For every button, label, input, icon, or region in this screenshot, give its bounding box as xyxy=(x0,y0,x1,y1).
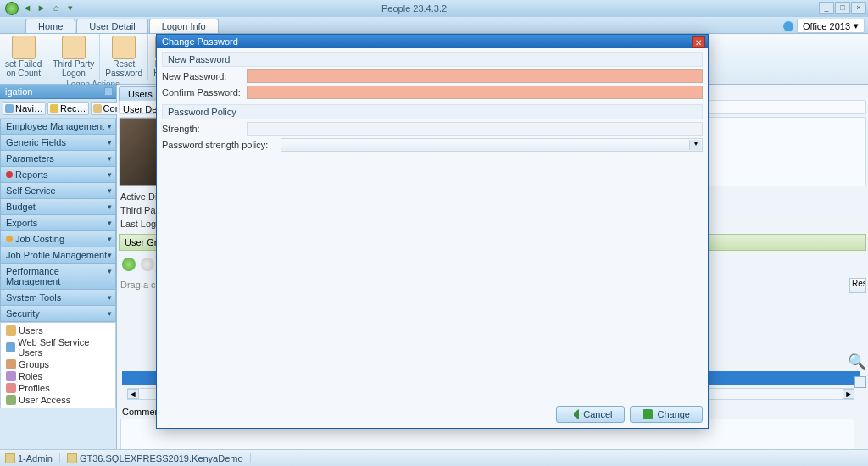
tree-users[interactable]: Users xyxy=(4,325,112,336)
scroll-right-icon: ► xyxy=(843,389,854,399)
strength-display xyxy=(247,122,703,136)
acc-exports[interactable]: Exports▾ xyxy=(0,215,116,231)
window-title: People 23.4.3.2 xyxy=(381,3,447,14)
maximize-button[interactable]: □ xyxy=(835,2,850,14)
remove-group-button[interactable] xyxy=(141,258,154,271)
security-tree: Users Web Self Service Users Groups Role… xyxy=(0,322,116,408)
acc-job-costing[interactable]: Job Costing▾ xyxy=(0,231,116,247)
reset-password-icon xyxy=(112,36,136,59)
acc-security[interactable]: Security▾ xyxy=(0,306,116,322)
change-password-dialog: Change Password ✕ New Password New Passw… xyxy=(156,34,709,429)
profiles-icon xyxy=(6,383,16,393)
policy-combo[interactable]: ▾ xyxy=(281,138,703,152)
section-password-policy: Password Policy xyxy=(162,104,703,119)
expand-panel-button[interactable] xyxy=(854,376,866,388)
nav-accordion: Employee Management▾ Generic Fields▾ Par… xyxy=(0,119,116,449)
app-orb-icon[interactable] xyxy=(5,2,19,15)
style-selector[interactable]: Office 2013▾ xyxy=(797,19,865,33)
acc-performance-management[interactable]: Performance Management▾ xyxy=(0,264,116,290)
qat-dropdown-icon[interactable]: ▾ xyxy=(64,3,76,14)
server-icon xyxy=(67,453,77,463)
strength-label: Strength: xyxy=(162,124,247,134)
acc-budget[interactable]: Budget▾ xyxy=(0,199,116,215)
quick-access-toolbar: ◄ ► ⌂ ▾ xyxy=(5,2,76,15)
reset-button[interactable]: Rese xyxy=(849,278,866,293)
cancel-button[interactable]: Cancel xyxy=(556,406,625,423)
acc-employee-management[interactable]: Employee Management▾ xyxy=(0,119,116,135)
status-server: GT36.SQLEXPRESS2019.KenyaDemo xyxy=(67,453,251,463)
window-titlebar: ◄ ► ⌂ ▾ People 23.4.3.2 _ □ × xyxy=(0,0,868,17)
third-party-logon-icon xyxy=(62,36,86,59)
acc-self-service[interactable]: Self Service▾ xyxy=(0,183,116,199)
tab-logon-info[interactable]: Logon Info xyxy=(149,19,219,33)
change-button[interactable]: Change xyxy=(630,406,703,423)
nav-icon xyxy=(5,104,14,113)
dialog-close-button[interactable]: ✕ xyxy=(692,36,705,48)
groups-icon xyxy=(6,359,16,369)
qat-home-icon[interactable]: ⌂ xyxy=(50,3,62,14)
ribbon-third-party-logon[interactable]: Third Party Logon xyxy=(47,34,100,80)
tree-user-access[interactable]: User Access xyxy=(4,394,112,406)
acc-system-tools[interactable]: System Tools▾ xyxy=(0,290,116,306)
back-arrow-icon xyxy=(569,409,579,419)
ribbon-reset-password[interactable]: Reset Password xyxy=(100,34,148,80)
ribbon-reset-failed[interactable]: set Failed on Count xyxy=(0,34,47,80)
acc-reports[interactable]: Reports▾ xyxy=(0,167,116,183)
search-icon[interactable]: 🔍 xyxy=(848,352,866,371)
add-group-button[interactable] xyxy=(122,258,136,271)
roles-icon xyxy=(6,371,16,381)
minimize-button[interactable]: _ xyxy=(819,2,834,14)
status-user: 1-Admin xyxy=(5,453,60,463)
star-icon xyxy=(50,104,58,113)
reset-failed-icon xyxy=(12,36,36,59)
window-buttons: _ □ × xyxy=(819,2,866,14)
new-password-label: New Password: xyxy=(162,71,247,81)
dialog-titlebar: Change Password ✕ xyxy=(157,35,708,48)
qat-back-icon[interactable]: ◄ xyxy=(21,3,33,14)
acc-parameters[interactable]: Parameters▾ xyxy=(0,151,116,167)
status-bar: 1-Admin GT36.SQLEXPRESS2019.KenyaDemo xyxy=(0,449,868,466)
check-icon xyxy=(643,409,653,419)
tree-roles[interactable]: Roles xyxy=(4,370,112,382)
close-window-button[interactable]: × xyxy=(851,2,866,14)
main-tabstrip: Home User Detail Logon Info Office 2013▾ xyxy=(0,17,868,34)
tab-user-detail[interactable]: User Detail xyxy=(76,19,147,33)
policy-label: Password strength policy: xyxy=(162,140,281,150)
acc-generic-fields[interactable]: Generic Fields▾ xyxy=(0,135,116,151)
help-icon[interactable] xyxy=(783,21,793,31)
user-icon xyxy=(5,453,15,463)
folder-icon xyxy=(93,104,102,113)
navtab-recent[interactable]: Rec… xyxy=(47,102,89,115)
new-password-input[interactable] xyxy=(247,69,703,83)
scroll-left-icon: ◄ xyxy=(127,389,139,399)
tree-groups[interactable]: Groups xyxy=(4,358,112,370)
tree-web-self-service-users[interactable]: Web Self Service Users xyxy=(4,336,112,358)
pin-icon[interactable] xyxy=(104,87,113,96)
confirm-password-label: Confirm Password: xyxy=(162,87,247,97)
web-users-icon xyxy=(6,342,15,352)
confirm-password-input[interactable] xyxy=(247,86,703,99)
chevron-down-icon: ▾ xyxy=(854,20,859,31)
tree-profiles[interactable]: Profiles xyxy=(4,382,112,394)
section-new-password: New Password xyxy=(162,52,703,67)
nav-header: igation xyxy=(0,85,116,99)
chevron-down-icon: ▾ xyxy=(689,140,701,150)
acc-job-profile-management[interactable]: Job Profile Management▾ xyxy=(0,247,116,264)
user-access-icon xyxy=(6,395,16,405)
navigation-panel: igation Navi… Rec… Con… Employee Managem… xyxy=(0,85,117,449)
qat-forward-icon[interactable]: ► xyxy=(36,3,47,14)
navtab-navigation[interactable]: Navi… xyxy=(3,102,46,115)
users-icon xyxy=(6,325,16,336)
tab-home[interactable]: Home xyxy=(25,19,75,33)
